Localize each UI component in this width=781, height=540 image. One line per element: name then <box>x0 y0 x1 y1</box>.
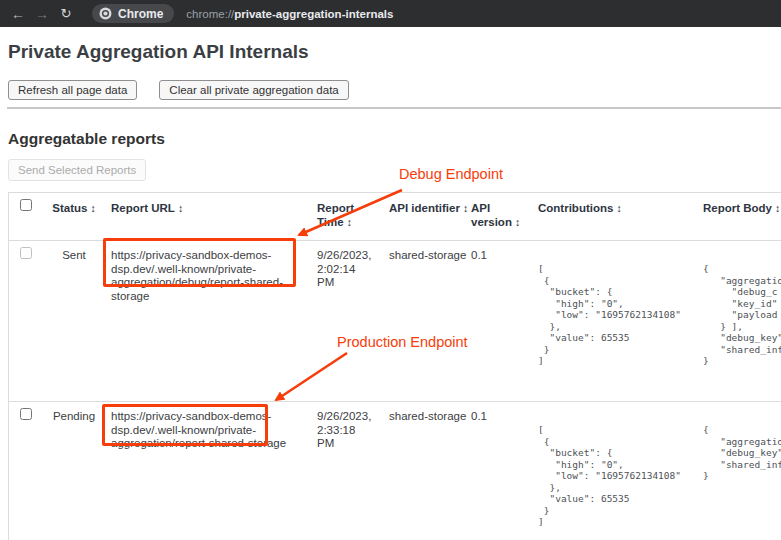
sort-icon: ↕ <box>616 202 621 214</box>
row-checkbox[interactable] <box>20 247 32 259</box>
back-icon[interactable]: ← <box>6 6 30 22</box>
url-path: private-aggregation-internals <box>234 8 393 20</box>
address-bar[interactable]: chrome://private-aggregation-internals <box>186 8 393 20</box>
api-version-cell: 0.1 <box>467 402 533 540</box>
select-all-cell <box>9 193 43 240</box>
page-actions: Refresh all page data Clear all private … <box>8 80 349 100</box>
header-contributions[interactable]: Contributions↕ <box>533 193 698 240</box>
aggregatable-reports-title: Aggregatable reports <box>8 130 165 148</box>
header-status[interactable]: Status↕ <box>43 193 105 240</box>
status-cell: Pending <box>43 402 105 540</box>
report-time-cell: 9/26/2023, 2:02:14 PM <box>313 241 385 401</box>
contributions-cell: [ { "bucket": { "high": "0", "low": "169… <box>533 241 698 401</box>
api-identifier-cell: shared-storage <box>385 241 467 401</box>
production-endpoint-annotation: Production Endpoint <box>337 334 468 350</box>
select-all-checkbox[interactable] <box>20 199 32 211</box>
sort-icon: ↕ <box>775 202 780 214</box>
browser-toolbar: ← → ↻ Chrome chrome://private-aggregatio… <box>0 0 781 27</box>
header-api-version[interactable]: API version↕ <box>467 193 533 240</box>
forward-icon[interactable]: → <box>30 6 54 22</box>
chrome-badge-label: Chrome <box>118 7 163 21</box>
sort-icon: ↕ <box>347 216 352 228</box>
contributions-cell: [ { "bucket": { "high": "0", "low": "169… <box>533 402 698 540</box>
production-url-highlight-box <box>102 404 268 446</box>
api-version-cell: 0.1 <box>467 241 533 401</box>
sort-icon: ↕ <box>90 202 95 214</box>
url-scheme: chrome:// <box>186 8 234 20</box>
chrome-logo-icon <box>99 7 112 20</box>
report-time-cell: 9/26/2023, 2:33:18 PM <box>313 402 385 540</box>
header-report-body[interactable]: Report Body↕ <box>698 193 781 240</box>
header-api-identifier[interactable]: API identifier↕ <box>385 193 467 240</box>
debug-url-highlight-box <box>103 238 296 287</box>
clear-data-button[interactable]: Clear all private aggregation data <box>159 80 348 100</box>
private-aggregation-internals-page: { "browser": { "back_icon": "←", "forwar… <box>0 0 781 540</box>
api-identifier-cell: shared-storage <box>385 402 467 540</box>
report-body-cell: { "aggregatio "debug_c "key_id" "payload… <box>698 241 781 401</box>
chrome-badge[interactable]: Chrome <box>92 4 174 23</box>
sort-icon: ↕ <box>178 202 183 214</box>
header-report-time[interactable]: Report Time↕ <box>313 193 385 240</box>
row-checkbox[interactable] <box>20 408 32 420</box>
page-title: Private Aggregation API Internals <box>8 41 309 63</box>
table-header-row: Status↕ Report URL↕ Report Time↕ API ide… <box>9 193 781 241</box>
header-report-url[interactable]: Report URL↕ <box>105 193 313 240</box>
section-divider <box>7 107 781 109</box>
report-body-cell: { "aggregatio "debug_key" "shared_inf } <box>698 402 781 540</box>
send-selected-reports-button[interactable]: Send Selected Reports <box>8 159 146 181</box>
refresh-all-button[interactable]: Refresh all page data <box>8 80 137 100</box>
reload-icon[interactable]: ↻ <box>54 6 78 21</box>
debug-endpoint-annotation: Debug Endpoint <box>399 166 503 182</box>
sort-icon: ↕ <box>515 216 520 228</box>
status-cell: Sent <box>43 241 105 401</box>
